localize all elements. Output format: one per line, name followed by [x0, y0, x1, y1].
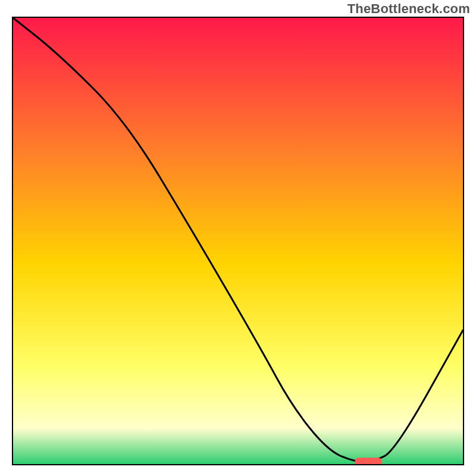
- watermark-text: TheBottleneck.com: [347, 1, 470, 17]
- chart-frame: TheBottleneck.com: [0, 0, 476, 476]
- optimal-marker: [355, 458, 382, 464]
- chart-svg: [13, 18, 463, 464]
- gradient-background: [13, 18, 463, 464]
- plot-area: [12, 17, 464, 465]
